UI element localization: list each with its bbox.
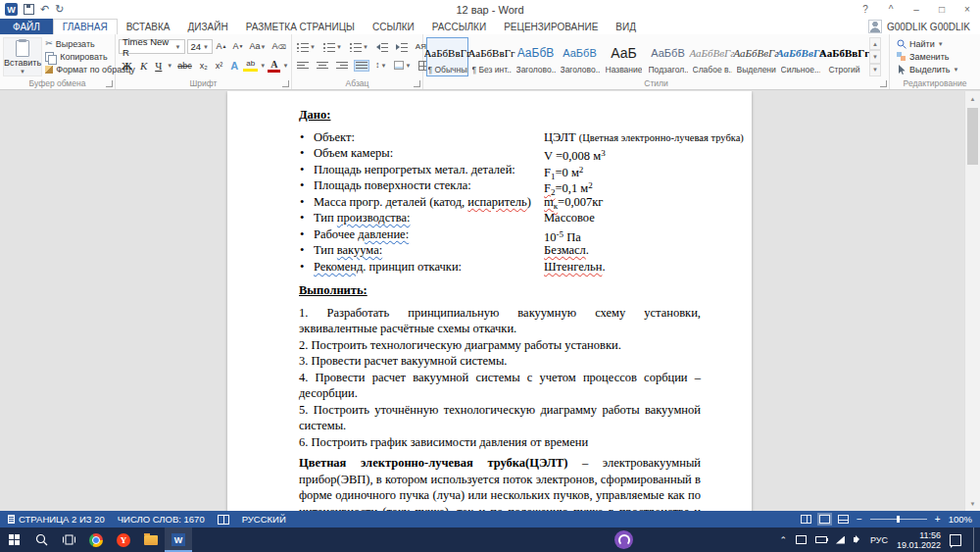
start-button[interactable] [0,527,27,552]
replace-button[interactable]: Заменить [897,52,977,62]
highlight-color-button[interactable]: ab [243,60,258,72]
text-effects-button[interactable]: А [227,61,241,72]
ribbon-display-icon[interactable]: ^ [878,0,904,19]
tab-design[interactable]: ДИЗАЙН [179,19,237,34]
dialog-launcher-icon[interactable] [282,80,289,87]
show-desktop-button[interactable] [973,527,977,552]
gallery-up-icon[interactable]: ▲ [869,37,881,50]
style-item[interactable]: АаБбВвГгСтрогий [823,37,865,76]
user-account[interactable]: G00DLIK G00DLIK [868,19,980,34]
style-item[interactable]: АаБбВвГгСильное... [779,37,821,76]
find-button[interactable]: Найти▼ [897,39,977,49]
grow-font-button[interactable]: А▲ [215,42,229,51]
task-view-button[interactable] [55,527,82,552]
tab-home[interactable]: ГЛАВНАЯ [53,19,118,34]
font-color-button[interactable]: А [268,60,280,73]
style-item[interactable]: АаБбВвГг¶ Без инт... [470,37,513,76]
tab-view[interactable]: ВИД [607,19,645,34]
document-page[interactable]: Дано: Объект:ЦЭЛТ (Цветная электронно-лу… [227,91,752,511]
shading-button[interactable]: ▼ [392,60,413,71]
word-taskbar-button[interactable]: W [165,527,192,552]
help-icon[interactable]: ? [853,0,878,19]
maximize-icon[interactable]: □ [929,0,955,19]
style-item[interactable]: АаБбВЗаголово... [559,37,601,76]
purple-app-button[interactable] [614,530,633,549]
increase-indent-button[interactable] [394,41,410,53]
paste-button[interactable]: Вставить ▼ [3,37,42,76]
taskbar-clock[interactable]: 11:56 19.01.2022 [897,530,941,550]
align-left-button[interactable] [295,60,311,72]
bullet-list-button[interactable]: ▼ [295,41,318,53]
dialog-launcher-icon[interactable] [106,80,113,87]
style-item[interactable]: АаБбВвГг¶ Обычный [426,37,468,76]
yandex-browser-button[interactable]: Y [110,527,137,552]
redo-icon[interactable]: ↻ [55,4,64,15]
subscript-button[interactable]: x₂ [197,62,211,71]
chevron-down-icon[interactable]: ▼ [282,63,288,69]
scroll-up-icon[interactable]: ▲ [965,91,980,106]
volume-icon[interactable] [854,537,858,542]
close-icon[interactable]: × [955,0,980,19]
page-indicator[interactable]: СТРАНИЦА 2 ИЗ 20 [8,514,105,525]
shrink-font-button[interactable]: А▼ [230,42,245,51]
undo-icon[interactable]: ↶ [40,4,49,15]
style-item[interactable]: АаБбВвГгСлабое в... [691,37,733,76]
tab-mailings[interactable]: РАССЫЛКИ [423,19,495,34]
zoom-slider-thumb[interactable] [897,516,900,523]
print-layout-icon[interactable] [819,515,830,524]
chevron-down-icon[interactable]: ▼ [260,63,266,69]
gallery-down-icon[interactable]: ▼ [869,50,881,63]
action-center-icon[interactable] [950,534,961,546]
taskbar-search-button[interactable] [27,527,55,552]
zoom-level[interactable]: 100% [949,514,972,525]
file-explorer-button[interactable] [137,527,165,552]
font-size-select[interactable]: 24 ▼ [187,39,213,54]
tab-insert[interactable]: ВСТАВКА [118,19,179,34]
read-mode-icon[interactable] [801,515,811,524]
language-indicator[interactable]: РУССКИЙ [242,514,286,525]
align-right-button[interactable] [334,60,350,72]
chrome-button[interactable] [82,527,110,552]
bold-button[interactable]: Ж [119,61,135,72]
multilevel-list-button[interactable]: ▼ [348,41,370,53]
change-case-button[interactable]: Аа▼ [247,42,268,51]
decrease-indent-button[interactable] [374,41,390,53]
minimize-icon[interactable]: – [904,0,929,19]
chevron-down-icon[interactable]: ▼ [167,63,172,69]
font-family-select[interactable]: Times New R ▼ [119,39,185,54]
gallery-more-icon[interactable]: ▼ [869,64,881,76]
zoom-slider[interactable] [870,519,927,520]
word-count[interactable]: ЧИСЛО СЛОВ: 1670 [118,514,205,525]
underline-button[interactable]: Ч [152,61,165,72]
strikethrough-button[interactable]: abc [174,62,195,71]
web-layout-icon[interactable] [838,515,849,524]
scrollbar-thumb[interactable] [967,108,978,165]
tray-expand-icon[interactable]: ⌃ [779,535,787,545]
superscript-button[interactable]: x² [213,62,226,71]
save-icon[interactable] [24,4,34,15]
network-icon[interactable] [836,536,845,544]
style-item[interactable]: АаБНазвание [603,37,645,76]
style-item[interactable]: АаБбВПодзагол... [647,37,689,76]
italic-button[interactable]: К [137,61,150,72]
select-button[interactable]: Выделить▼ [897,65,977,75]
style-item[interactable]: АаБбВвГгВыделение [735,37,777,76]
zoom-in-icon[interactable]: + [935,515,941,525]
numbered-list-button[interactable]: ▼ [321,41,344,53]
line-spacing-button[interactable]: ↕▼ [373,60,388,71]
clear-format-button[interactable]: А⌫ [270,42,289,51]
dialog-launcher-icon[interactable] [880,80,887,87]
zoom-out-icon[interactable]: − [857,515,862,525]
scroll-down-icon[interactable]: ▼ [965,496,980,511]
keyboard-language[interactable]: РУС [870,535,888,545]
tab-references[interactable]: ССЫЛКИ [364,19,423,34]
tab-file[interactable]: ФАЙЛ [0,19,53,34]
tab-review[interactable]: РЕЦЕНЗИРОВАНИЕ [495,19,607,34]
justify-button[interactable] [354,60,369,72]
style-item[interactable]: АаБбВЗаголово... [514,37,557,76]
battery-icon[interactable] [815,536,827,543]
vertical-scrollbar[interactable]: ▲ ▼ [964,91,980,511]
monitor-icon[interactable] [796,535,807,544]
align-center-button[interactable] [315,60,330,72]
tab-page-layout[interactable]: РАЗМЕТКА СТРАНИЦЫ [237,19,364,34]
